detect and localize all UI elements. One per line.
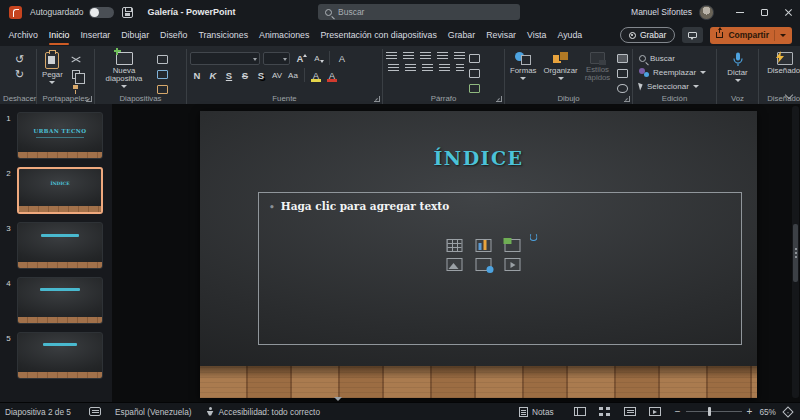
character-spacing-button[interactable]: AV [270,69,284,82]
share-dropdown-icon[interactable] [780,34,786,37]
minimize-button[interactable] [728,0,752,24]
new-slide-dropdown-icon[interactable] [121,85,127,88]
reading-view-button[interactable] [624,407,636,416]
dictate-button[interactable]: Dictar [720,51,755,83]
search-input[interactable]: Buscar [318,4,520,20]
zoom-slider-knob[interactable] [708,407,711,416]
font-size-select[interactable] [263,52,290,65]
quick-styles-button[interactable]: Estilos rápidos [583,51,613,83]
justify-icon[interactable] [439,64,450,72]
layout-button[interactable] [155,53,169,65]
slide-title[interactable]: ÍNDICE [200,147,757,169]
bold-button[interactable]: N [190,69,204,82]
slide-thumbnail-5[interactable] [17,332,103,379]
insert-table-icon[interactable] [447,239,463,252]
columns-icon[interactable] [456,64,464,72]
reset-button[interactable] [155,68,169,80]
language-status[interactable]: Español (Venezuela) [115,407,192,417]
tab-revisar[interactable]: Revisar [481,24,522,46]
slide-sorter-view-button[interactable] [599,407,611,416]
tab-dibujar[interactable]: Dibujar [116,24,155,46]
normal-view-button[interactable] [574,407,586,416]
underline-button[interactable]: S [222,69,236,82]
find-button[interactable]: Buscar [639,52,675,64]
current-slide[interactable]: ÍNDICE •Haga clic para agregar texto [200,111,757,398]
insert-smartart-icon[interactable] [505,239,521,252]
insert-chart-icon[interactable] [476,239,492,252]
close-button[interactable] [776,0,800,24]
align-right-icon[interactable] [422,64,433,72]
tab-inicio[interactable]: Inicio [43,24,75,46]
tab-transiciones[interactable]: Transiciones [193,24,254,46]
numbering-icon[interactable] [403,52,414,60]
tab-ayuda[interactable]: Ayuda [552,24,588,46]
arrange-button[interactable]: Organizar [541,51,579,81]
shapes-button[interactable]: Formas [508,51,538,81]
accessibility-status[interactable]: Accesibilidad: todo correcto [219,407,320,417]
insert-video-icon[interactable] [505,258,521,271]
slide-thumbnail-4[interactable] [17,277,103,324]
zoom-out-icon[interactable]: − [675,407,681,417]
shape-effects-button[interactable] [615,82,629,94]
tab-grabar[interactable]: Grabar [442,24,480,46]
zoom-level[interactable]: 65% [759,407,776,417]
decrease-indent-icon[interactable] [420,52,431,60]
shape-fill-button[interactable] [615,52,629,64]
paste-dropdown-icon[interactable] [49,81,55,84]
redo-icon[interactable]: ↻ [15,68,24,80]
notes-toggle[interactable]: Notas [519,407,554,417]
font-color-button[interactable]: A [325,69,339,82]
record-button[interactable]: Grabar [620,27,675,43]
insert-picture-icon[interactable] [447,258,463,271]
italic-button[interactable]: K [206,69,220,82]
text-highlight-button[interactable]: A [309,69,323,82]
save-icon[interactable] [122,7,133,18]
text-direction-button[interactable] [467,52,481,64]
autosave-toggle[interactable] [89,7,114,18]
zoom-in-icon[interactable]: + [747,407,753,417]
tab-presentacion[interactable]: Presentación con diapositivas [315,24,442,46]
strikethrough-button[interactable]: S [238,69,252,82]
undo-icon[interactable]: ↺ [15,53,24,65]
insert-stock-image-icon[interactable] [476,258,492,271]
copy-button[interactable] [69,68,83,80]
text-shadow-button[interactable]: S [254,69,268,82]
notes-splitter-icon[interactable] [334,397,342,401]
tab-archivo[interactable]: Archivo [3,24,43,46]
font-name-select[interactable] [190,52,260,65]
new-slide-button[interactable]: Nueva diapositiva [98,51,150,89]
comments-button[interactable] [682,27,703,43]
tab-animaciones[interactable]: Animaciones [254,24,315,46]
collapse-ribbon-icon[interactable] [785,91,792,98]
slide-thumbnail-3[interactable] [17,222,103,269]
align-left-icon[interactable] [388,64,399,72]
tab-vista[interactable]: Vista [522,24,552,46]
vertical-scrollbar[interactable] [792,106,799,398]
slide-thumbnail-2[interactable]: ÍNDICE [17,167,103,214]
subtitles-icon[interactable] [89,407,101,416]
slideshow-view-button[interactable] [649,407,661,416]
slide-thumbnail-1[interactable]: URBAN TECNO [17,112,103,159]
shrink-font-button[interactable]: A [310,52,324,65]
zoom-slider[interactable] [686,411,742,412]
designer-button[interactable]: Diseñador [762,51,800,76]
content-placeholder[interactable]: •Haga clic para agregar texto [258,192,742,345]
tab-diseno[interactable]: Diseño [155,24,193,46]
placeholder-text[interactable]: •Haga clic para agregar texto [269,200,449,212]
convert-smartart-button[interactable] [467,82,481,94]
maximize-button[interactable] [752,0,776,24]
shape-outline-button[interactable] [615,67,629,79]
replace-button[interactable]: Reemplazar [639,66,706,78]
clear-formatting-button[interactable]: A [335,52,349,65]
increase-indent-icon[interactable] [437,52,448,60]
paste-button[interactable]: Pegar [40,51,65,85]
change-case-button[interactable]: Aa [286,69,300,82]
align-text-button[interactable] [467,67,481,79]
bullets-icon[interactable] [386,52,397,60]
align-center-icon[interactable] [405,64,416,72]
grow-font-button[interactable]: A [293,52,307,65]
share-button[interactable]: Compartir [710,27,792,44]
scrollbar-thumb[interactable] [793,224,798,282]
avatar[interactable] [699,5,714,20]
tab-insertar[interactable]: Insertar [75,24,116,46]
